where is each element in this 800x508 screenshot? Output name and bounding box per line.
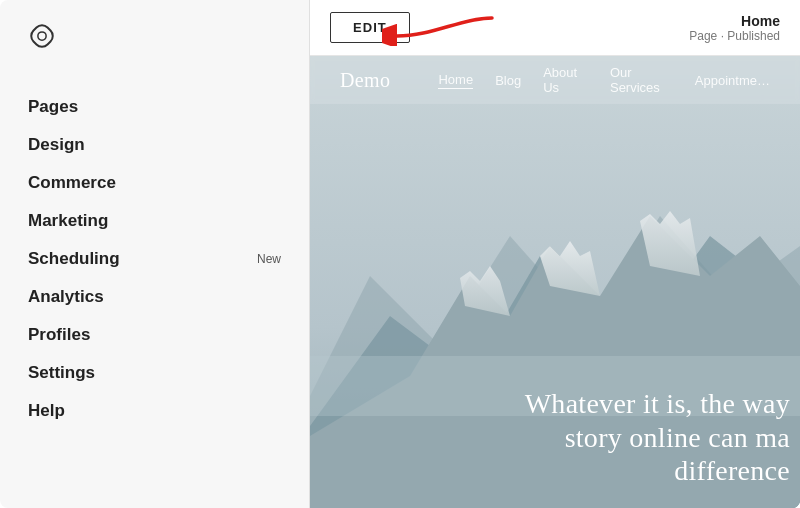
squarespace-logo: [24, 18, 60, 54]
preview-site-title: Demo: [340, 69, 390, 92]
nav-item-badge: New: [257, 252, 281, 266]
sidebar-item-marketing[interactable]: Marketing: [0, 202, 309, 240]
sidebar-item-profiles[interactable]: Profiles: [0, 316, 309, 354]
preview-nav-blog[interactable]: Blog: [495, 73, 521, 88]
preview-nav-appt[interactable]: Appointme…: [695, 73, 770, 88]
page-status: Page · Published: [689, 29, 780, 43]
topbar: EDIT Home Page · Published: [310, 0, 800, 56]
preview-content: Demo Home Blog About Us Our Services App…: [310, 56, 800, 508]
nav-item-label: Scheduling: [28, 249, 120, 269]
nav-item-label: Marketing: [28, 211, 108, 231]
preview-nav-services[interactable]: Our Services: [610, 65, 673, 95]
preview-navbar: Demo Home Blog About Us Our Services App…: [310, 56, 800, 104]
sidebar: PagesDesignCommerceMarketingSchedulingNe…: [0, 0, 310, 508]
preview-nav-links: Home Blog About Us Our Services Appointm…: [438, 65, 770, 95]
preview-hero-text: Whatever it is, the way story online can…: [525, 387, 790, 488]
hero-line-1: Whatever it is, the way: [525, 387, 790, 421]
arrow-indicator: [382, 8, 502, 46]
preview-nav-about[interactable]: About Us: [543, 65, 588, 95]
topbar-page-info: Home Page · Published: [689, 13, 780, 43]
page-name: Home: [689, 13, 780, 29]
sidebar-item-analytics[interactable]: Analytics: [0, 278, 309, 316]
nav-item-label: Settings: [28, 363, 95, 383]
sidebar-item-settings[interactable]: Settings: [0, 354, 309, 392]
nav-item-label: Pages: [28, 97, 78, 117]
sidebar-logo-area: [0, 0, 309, 72]
sidebar-item-commerce[interactable]: Commerce: [0, 164, 309, 202]
nav-item-label: Profiles: [28, 325, 90, 345]
sidebar-item-design[interactable]: Design: [0, 126, 309, 164]
nav-item-label: Help: [28, 401, 65, 421]
sidebar-navigation: PagesDesignCommerceMarketingSchedulingNe…: [0, 72, 309, 508]
sidebar-item-pages[interactable]: Pages: [0, 88, 309, 126]
nav-item-label: Commerce: [28, 173, 116, 193]
nav-item-label: Design: [28, 135, 85, 155]
preview-nav-home[interactable]: Home: [438, 72, 473, 89]
main-content: EDIT Home Page · Published: [310, 0, 800, 508]
sidebar-item-scheduling[interactable]: SchedulingNew: [0, 240, 309, 278]
sidebar-item-help[interactable]: Help: [0, 392, 309, 430]
hero-line-3: difference: [525, 454, 790, 488]
site-preview: Demo Home Blog About Us Our Services App…: [310, 56, 800, 508]
hero-line-2: story online can ma: [525, 421, 790, 455]
nav-item-label: Analytics: [28, 287, 104, 307]
